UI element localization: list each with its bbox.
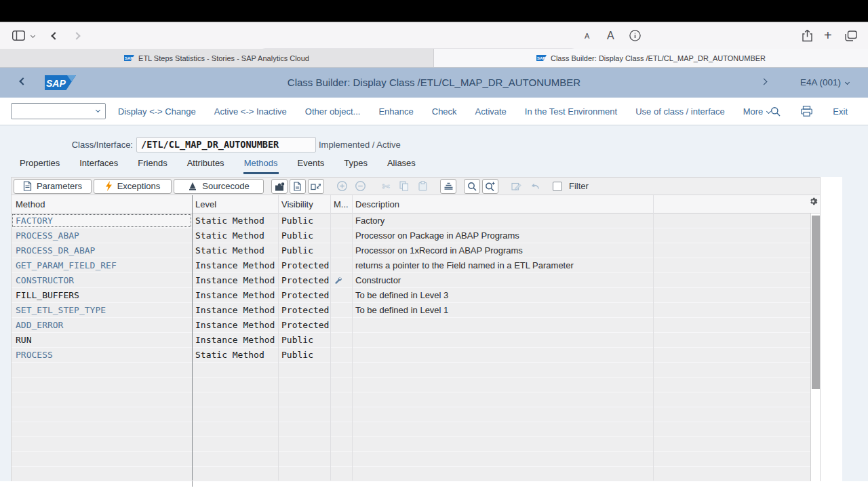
tab-interfaces[interactable]: Interfaces <box>79 157 119 174</box>
tab-methods[interactable]: Methods <box>243 157 279 174</box>
copy-icon[interactable] <box>396 179 412 194</box>
share-icon[interactable] <box>802 29 813 42</box>
table-row[interactable]: RUN Instance Method Public <box>12 333 820 348</box>
menu-item-display-change[interactable]: Display <-> Change <box>118 106 196 117</box>
paste-icon[interactable] <box>414 179 431 194</box>
sidebar-toggle-icon[interactable] <box>12 30 25 41</box>
method-link[interactable]: PROCESS_ABAP <box>16 230 79 241</box>
tab-events[interactable]: Events <box>297 157 326 174</box>
sort-icon[interactable] <box>440 179 456 194</box>
tab-properties[interactable]: Properties <box>19 157 60 174</box>
browser-tab-class-builder[interactable]: SAP Class Builder: Display Class /ETL/CL… <box>434 49 868 67</box>
menu-item-active-inactive[interactable]: Active <-> Inactive <box>214 106 287 117</box>
find-next-icon[interactable] <box>482 179 498 194</box>
pattern-icon[interactable] <box>271 179 288 194</box>
sourcecode-button[interactable]: Sourcecode <box>174 179 264 194</box>
empty-cell <box>653 288 810 302</box>
gui-toolbar: Display <-> Change Active <-> Inactive O… <box>0 98 868 125</box>
add-row-icon[interactable] <box>334 179 350 194</box>
scrollbar-thumb[interactable] <box>812 216 820 389</box>
exit-button[interactable]: Exit <box>833 106 848 117</box>
system-id-menu[interactable]: E4A (001) <box>800 77 849 87</box>
new-tab-button[interactable]: + <box>824 28 832 43</box>
level-cell: Instance Method <box>192 333 278 347</box>
tab-friends[interactable]: Friends <box>137 157 167 174</box>
parameters-button[interactable]: Parameters <box>14 179 92 194</box>
method-link[interactable]: FACTORY <box>16 216 53 226</box>
method-link[interactable]: FILL_BUFFERS <box>16 290 79 300</box>
column-header-level[interactable]: Level <box>192 199 278 209</box>
table-body: FACTORY Static Method Public Factory PRO… <box>12 214 820 482</box>
table-row[interactable]: FILL_BUFFERS Instance Method Protected T… <box>12 288 820 303</box>
table-row[interactable]: GET_PARAM_FIELD_REF Instance Method Prot… <box>12 258 820 273</box>
method-link[interactable]: PROCESS <box>16 350 53 360</box>
table-row[interactable]: CONSTRUCTOR Instance Method Protected Co… <box>12 273 820 288</box>
empty-row <box>12 392 820 407</box>
menu-item-other-object[interactable]: Other object... <box>305 106 361 117</box>
menu-item-activate[interactable]: Activate <box>475 106 507 117</box>
tab-types[interactable]: Types <box>343 157 368 174</box>
browser-tab-bar: SAP ETL Steps Statistics - Stories - SAP… <box>0 49 868 68</box>
info-icon[interactable] <box>629 30 641 41</box>
tab-aliases[interactable]: Aliases <box>387 157 416 174</box>
sap-favicon: SAP <box>124 55 134 61</box>
visibility-cell: Public <box>278 348 330 362</box>
column-divider[interactable] <box>192 195 193 481</box>
column-header-visibility[interactable]: Visibility <box>278 199 330 209</box>
table-row[interactable]: SET_ETL_STEP_TYPE Instance Method Protec… <box>12 303 820 318</box>
table-row[interactable]: PROCESS Static Method Public <box>12 348 820 363</box>
menu-item-test-environment[interactable]: In the Test Environment <box>525 106 617 117</box>
print-icon[interactable] <box>801 106 812 117</box>
remove-row-icon[interactable] <box>352 179 368 194</box>
method-link[interactable]: PROCESS_DR_ABAP <box>16 245 95 256</box>
column-header-description[interactable]: Description <box>352 199 653 209</box>
sidebar-chevron-icon[interactable] <box>31 33 35 38</box>
text-smaller-button[interactable]: A <box>585 32 589 40</box>
column-header-m[interactable]: M... <box>330 199 352 209</box>
move-method-icon[interactable] <box>308 179 324 194</box>
table-row[interactable]: PROCESS_ABAP Static Method Public Proces… <box>12 228 820 243</box>
bottom-margin <box>0 481 868 488</box>
tab-attributes[interactable]: Attributes <box>186 157 225 174</box>
method-link[interactable]: SET_ETL_STEP_TYPE <box>16 305 106 315</box>
search-icon[interactable] <box>770 106 781 117</box>
table-row[interactable]: FACTORY Static Method Public Factory <box>12 214 820 228</box>
exceptions-button[interactable]: Exceptions <box>94 179 172 194</box>
table-settings-gear-icon[interactable] <box>808 197 819 206</box>
menu-item-more[interactable]: More <box>743 106 771 117</box>
menu-item-use-of-class[interactable]: Use of class / interface <box>635 106 725 117</box>
method-link[interactable]: GET_PARAM_FIELD_REF <box>16 260 117 270</box>
description-cell <box>352 318 653 332</box>
tab-overview-icon[interactable] <box>845 30 857 41</box>
menu-item-check[interactable]: Check <box>432 106 457 117</box>
empty-cell <box>653 228 810 243</box>
table-row[interactable]: PROCESS_DR_ABAP Static Method Public Pro… <box>12 243 820 258</box>
back-icon[interactable] <box>51 32 58 39</box>
method-link[interactable]: RUN <box>16 335 31 345</box>
visibility-cell: Protected <box>278 273 330 287</box>
find-icon[interactable] <box>464 179 480 194</box>
filter-checkbox[interactable] <box>553 182 562 191</box>
edit-icon[interactable] <box>508 179 524 194</box>
method-link[interactable]: ADD_ERROR <box>16 320 63 330</box>
visibility-cell: Public <box>278 214 330 228</box>
table-row[interactable]: ADD_ERROR Instance Method Protected <box>12 318 820 333</box>
forward-icon[interactable] <box>73 32 80 39</box>
browser-tab-sac[interactable]: SAP ETL Steps Statistics - Stories - SAP… <box>0 49 434 67</box>
undo-icon[interactable] <box>526 179 542 194</box>
command-combobox[interactable] <box>11 103 106 119</box>
class-interface-field[interactable]: /ETL/CL_MAP_DR_AUTONUMBER <box>136 137 316 152</box>
sap-favicon: SAP <box>536 55 547 61</box>
vertical-scrollbar[interactable] <box>810 214 820 481</box>
copy-method-icon[interactable] <box>290 179 306 194</box>
method-cell: CONSTRUCTOR <box>12 273 192 287</box>
cut-icon[interactable]: ✄ <box>378 179 394 194</box>
modeled-cell <box>330 303 352 317</box>
text-larger-button[interactable]: A <box>607 30 614 42</box>
empty-cell <box>653 318 810 332</box>
column-header-method[interactable]: Method <box>12 199 192 209</box>
menu-item-enhance[interactable]: Enhance <box>378 106 413 117</box>
method-link[interactable]: CONSTRUCTOR <box>16 275 74 285</box>
column-divider <box>278 195 279 481</box>
method-cell: RUN <box>12 333 192 347</box>
